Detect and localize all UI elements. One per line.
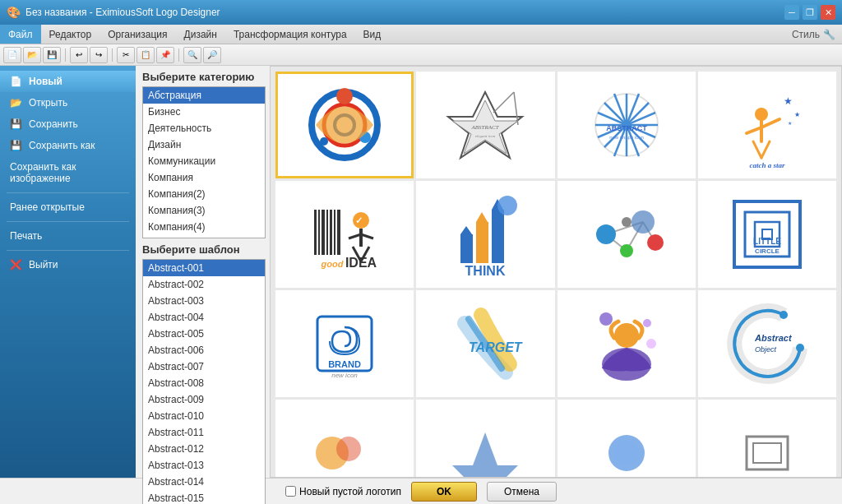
category-label: Выберите категорию — [142, 71, 257, 83]
template-item-003[interactable]: Abstract-003 — [143, 293, 265, 309]
template-item-009[interactable]: Abstract-009 — [143, 391, 265, 408]
menu-view[interactable]: Вид — [355, 25, 390, 44]
svg-rect-50 — [476, 222, 488, 263]
template-item-014[interactable]: Abstract-014 — [143, 474, 265, 490]
svg-point-5 — [320, 137, 328, 146]
template-item-012[interactable]: Abstract-012 — [143, 441, 265, 457]
sidebar-item-new[interactable]: 📄 Новый — [0, 71, 136, 92]
save-icon: 💾 — [10, 118, 22, 130]
gallery-item-5[interactable]: ✓ good IDEA — [275, 181, 414, 288]
template-item-011[interactable]: Abstract-011 — [143, 424, 265, 441]
sidebar-item-exit[interactable]: ❌ Выйти — [0, 254, 136, 275]
sidebar-item-saveimage[interactable]: Сохранить как изображение — [0, 156, 136, 189]
menu-design[interactable]: Дизайн — [176, 25, 225, 44]
cancel-button[interactable]: Отмена — [487, 482, 557, 502]
gallery-item-1[interactable] — [275, 72, 414, 178]
maximize-button[interactable]: ❐ — [803, 5, 817, 20]
open-icon: 📂 — [10, 97, 22, 109]
gallery-item-16[interactable] — [698, 400, 836, 477]
ok-button[interactable]: OK — [411, 482, 477, 502]
category-item-company2[interactable]: Компания(2) — [143, 186, 265, 202]
template-item-008[interactable]: Abstract-008 — [143, 375, 265, 391]
logo-little-circle: LITTLE CIRCLE — [722, 189, 812, 280]
template-item-010[interactable]: Abstract-010 — [143, 408, 265, 424]
gallery-item-12[interactable]: Abstract Object — [698, 290, 836, 397]
sidebar-item-recent[interactable]: Ранее открытые — [0, 197, 136, 218]
category-item-company[interactable]: Компания — [143, 169, 265, 186]
new-empty-checkbox[interactable] — [285, 486, 296, 497]
template-item-005[interactable]: Abstract-005 — [143, 326, 265, 342]
close-button[interactable]: ✕ — [821, 5, 835, 20]
menu-file[interactable]: Файл — [0, 25, 41, 44]
template-list: Abstract-001 Abstract-002 Abstract-003 A… — [142, 259, 266, 504]
logo-molecule — [581, 189, 672, 280]
svg-text:Object: Object — [755, 345, 777, 354]
sidebar-item-save[interactable]: 💾 Сохранить — [0, 113, 136, 135]
menu-bar: Файл Редактор Организация Дизайн Трансфо… — [0, 25, 842, 44]
svg-line-30 — [753, 141, 761, 158]
template-item-013[interactable]: Abstract-013 — [143, 457, 265, 474]
toolbar-sep2 — [112, 49, 113, 62]
category-item-company3[interactable]: Компания(3) — [143, 202, 265, 219]
sidebar-item-open[interactable]: 📂 Открыть — [0, 92, 136, 113]
category-item-communications[interactable]: Коммуникации — [143, 153, 265, 169]
svg-point-82 — [796, 344, 804, 352]
toolbar-new[interactable]: 📄 — [3, 47, 21, 63]
category-section: Выберите категорию Абстракция Бизнес Дея… — [142, 71, 257, 238]
gallery-item-8[interactable]: LITTLE CIRCLE — [698, 181, 836, 288]
toolbar-copy[interactable]: 📋 — [136, 47, 155, 63]
logo-partial2 — [440, 428, 530, 477]
toolbar-undo[interactable]: ↩ — [70, 47, 88, 63]
toolbar-open[interactable]: 📂 — [23, 47, 41, 63]
category-item-design[interactable]: Дизайн — [143, 136, 265, 153]
menu-editor[interactable]: Редактор — [41, 25, 100, 44]
svg-text:ABSTRACT: ABSTRACT — [471, 124, 500, 131]
gallery-item-11[interactable] — [557, 290, 696, 397]
gallery-item-6[interactable]: THINK — [416, 181, 554, 288]
gallery-item-3[interactable]: ABSTRACT new shape icon — [557, 72, 696, 178]
logo-abstract-shape: ABSTRACT new shape icon — [581, 80, 672, 170]
gallery-item-10[interactable]: TARGET — [416, 290, 554, 397]
template-item-006[interactable]: Abstract-006 — [143, 342, 265, 358]
template-item-004[interactable]: Abstract-004 — [143, 309, 265, 326]
toolbar-paste[interactable]: 📌 — [156, 47, 174, 63]
category-item-company4[interactable]: Компания(4) — [143, 219, 265, 235]
template-item-002[interactable]: Abstract-002 — [143, 276, 265, 293]
toolbar-zoom-in[interactable]: 🔍 — [183, 47, 201, 63]
svg-point-64 — [620, 244, 633, 257]
logo-target: TARGET — [440, 298, 530, 389]
toolbar-sep3 — [178, 49, 179, 62]
gallery-item-9[interactable]: BRAND new icon — [275, 290, 414, 397]
saveas-icon: 💾 — [10, 140, 22, 151]
svg-text:good: good — [321, 259, 344, 269]
gallery-panel: ABSTRACT elegant icon — [270, 66, 842, 478]
logo-partial3 — [581, 428, 672, 477]
category-item-nature[interactable]: Природа — [143, 235, 265, 238]
logo-orbital — [299, 80, 390, 170]
template-item-015[interactable]: Abstract-015 — [143, 490, 265, 504]
category-item-abstraction[interactable]: Абстракция — [143, 87, 265, 104]
template-item-001[interactable]: Abstract-001 — [143, 260, 265, 276]
gallery-item-4[interactable]: ★ ★ ★ catch a star — [698, 72, 836, 178]
svg-rect-49 — [460, 234, 473, 263]
template-item-007[interactable]: Abstract-007 — [143, 358, 265, 375]
svg-text:new icon: new icon — [331, 372, 358, 379]
menu-transform[interactable]: Трансформация контура — [225, 25, 355, 44]
minimize-button[interactable]: ─ — [784, 5, 799, 20]
style-label: Стиль — [792, 29, 820, 40]
toolbar-zoom-out[interactable]: 🔎 — [203, 47, 221, 63]
sidebar-item-print[interactable]: Печать — [0, 225, 136, 247]
category-item-business[interactable]: Бизнес — [143, 104, 265, 120]
svg-point-81 — [780, 311, 788, 319]
gallery-item-14[interactable] — [416, 400, 554, 477]
gallery-item-15[interactable] — [557, 400, 696, 477]
gallery-item-13[interactable] — [275, 400, 414, 477]
gallery-item-7[interactable] — [557, 181, 696, 288]
gallery-item-2[interactable]: ABSTRACT elegant icon — [416, 72, 554, 178]
sidebar-item-saveas[interactable]: 💾 Сохранить как — [0, 135, 136, 156]
category-item-activity[interactable]: Деятельность — [143, 120, 265, 136]
menu-organization[interactable]: Организация — [99, 25, 175, 44]
toolbar-save[interactable]: 💾 — [43, 47, 61, 63]
toolbar-cut[interactable]: ✂ — [117, 47, 135, 63]
toolbar-redo[interactable]: ↪ — [90, 47, 108, 63]
